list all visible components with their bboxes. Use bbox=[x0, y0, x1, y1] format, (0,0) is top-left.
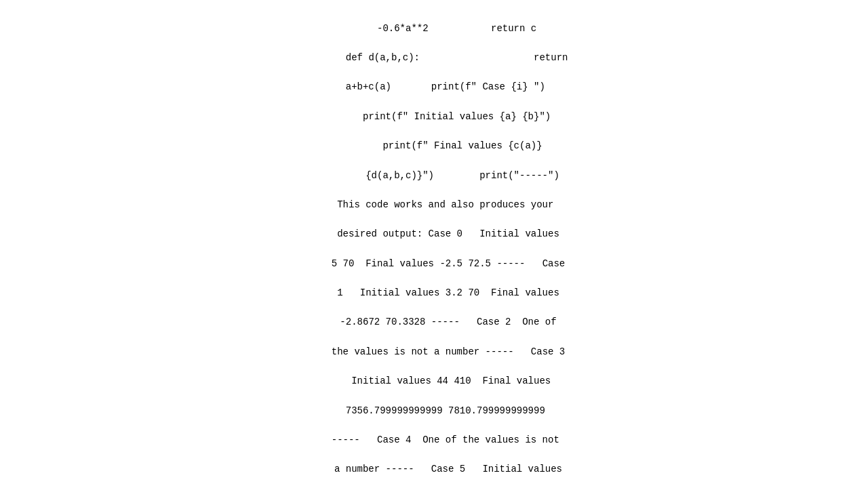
line-14: 7356.799999999999 7810.799999999999 bbox=[346, 405, 545, 416]
main-content: -0.6*a**2 return c def d(a,b,c): return … bbox=[0, 0, 868, 488]
line-15: ----- Case 4 One of the values is not bbox=[332, 434, 559, 445]
line-5: print(f" Final values {c(a)} bbox=[349, 140, 542, 151]
line-3: a+b+c(a) print(f" Case {i} ") bbox=[346, 81, 545, 92]
line-1: -0.6*a**2 return c bbox=[354, 23, 536, 34]
line-6: {d(a,b,c)}") print("-----") bbox=[332, 170, 559, 181]
line-7: This code works and also produces your bbox=[337, 199, 553, 210]
line-13: Initial values 44 410 Final values bbox=[340, 375, 551, 386]
line-4: print(f" Initial values {a} {b}") bbox=[340, 111, 551, 122]
line-11: -2.8672 70.3328 ----- Case 2 One of bbox=[334, 317, 557, 327]
line-12: the values is not a number ----- Case 3 bbox=[326, 346, 565, 357]
code-output-block: -0.6*a**2 return c def d(a,b,c): return … bbox=[163, 7, 705, 488]
line-16: a number ----- Case 5 Initial values bbox=[329, 464, 562, 474]
line-9: 5 70 Final values -2.5 72.5 ----- Case bbox=[326, 258, 565, 269]
line-2: def d(a,b,c): return bbox=[323, 52, 568, 63]
line-8: desired output: Case 0 Initial values bbox=[332, 228, 559, 239]
line-10: 1 Initial values 3.2 70 Final values bbox=[332, 287, 559, 298]
